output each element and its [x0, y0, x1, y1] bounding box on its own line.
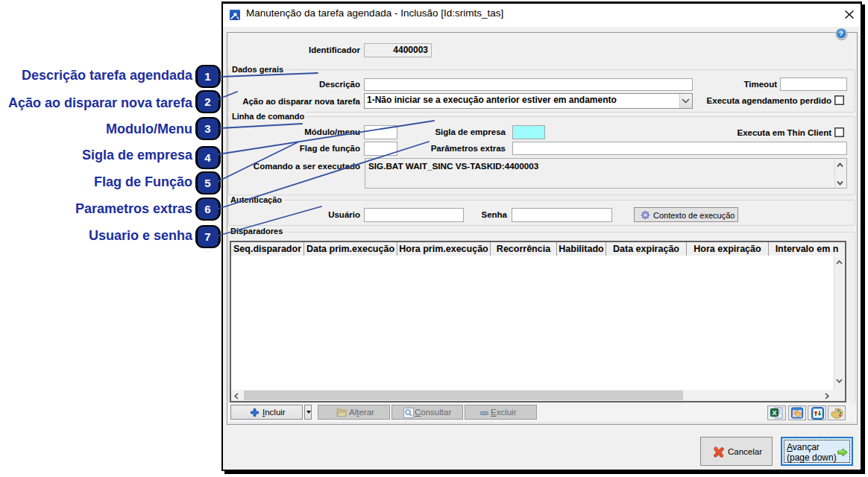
svg-text:?: ?	[839, 29, 843, 37]
svg-text:X: X	[772, 409, 776, 417]
